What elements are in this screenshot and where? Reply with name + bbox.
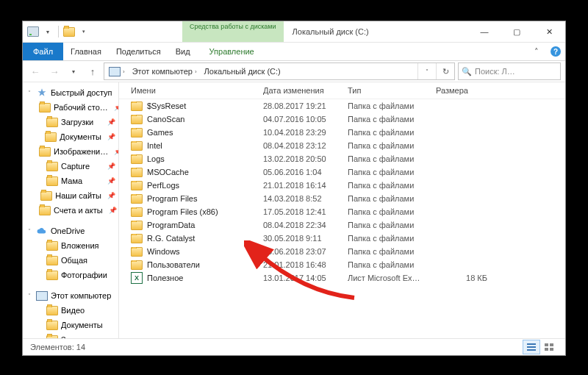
svg-rect-4	[550, 343, 553, 346]
file-row[interactable]: ProgramData 08.04.2018 22:34 Папка с фай…	[119, 218, 565, 232]
file-type: Папка с файлами	[348, 260, 436, 269]
file-name: Пользователи	[147, 260, 200, 269]
sidebar-item[interactable]: Фотографии	[23, 268, 118, 282]
file-type: Папка с файлами	[348, 101, 436, 110]
file-row[interactable]: Logs 13.02.2018 20:50 Папка с файлами	[119, 152, 565, 165]
folder-icon	[45, 131, 57, 143]
close-button[interactable]: ✕	[533, 21, 565, 42]
refresh-button[interactable]: ↻	[436, 63, 454, 79]
file-type: Папка с файлами	[348, 181, 436, 190]
file-date: 14.03.2018 8:52	[263, 194, 348, 203]
file-type: Папка с файлами	[348, 194, 436, 203]
tab-view[interactable]: Вид	[168, 43, 198, 60]
sidebar-item[interactable]: Вложения	[23, 238, 118, 253]
svg-rect-6	[550, 348, 553, 351]
file-type: Папка с файлами	[348, 247, 436, 256]
help-icon: ?	[551, 46, 561, 57]
crumb-thispc[interactable]: Этот компьютер›	[128, 63, 200, 79]
nav-up-button[interactable]: ↑	[85, 63, 101, 79]
sidebar-item[interactable]: Документы	[23, 318, 118, 332]
qa-dropdown-icon[interactable]: ▼	[42, 26, 54, 38]
search-input[interactable]: 🔍 Поиск: Л…	[458, 63, 561, 80]
file-row[interactable]: CanoScan 04.07.2016 10:05 Папка с файлам…	[119, 113, 565, 126]
help-button[interactable]: ?	[546, 43, 565, 60]
crumb-root-icon[interactable]: ›	[104, 63, 128, 79]
sidebar-item[interactable]: Рабочий сто… 📌	[23, 100, 118, 115]
maximize-button[interactable]: ▢	[501, 21, 533, 42]
file-row[interactable]: Intel 08.04.2018 23:12 Папка с файлами	[119, 139, 565, 152]
search-placeholder: Поиск: Л…	[475, 67, 515, 76]
file-row[interactable]: R.G. Catalyst 30.05.2018 9:11 Папка с фа…	[119, 232, 565, 245]
sidebar-item[interactable]: Видео	[23, 303, 118, 318]
col-type[interactable]: Тип	[348, 86, 436, 95]
pin-icon: 📌	[114, 104, 118, 111]
file-type: Папка с файлами	[348, 168, 436, 176]
file-row[interactable]: Windows 13.06.2018 23:07 Папка с файлами	[119, 245, 565, 258]
tab-home[interactable]: Главная	[63, 43, 109, 60]
collapse-ribbon-icon[interactable]: ˄	[527, 43, 546, 60]
sidebar-item-label: Изображени…	[54, 147, 108, 156]
quick-access-toolbar: ▼ ▾	[23, 21, 94, 42]
file-tab[interactable]: Файл	[23, 43, 63, 60]
sidebar-item[interactable]: Изображени… 📌	[23, 144, 118, 159]
file-date: 10.04.2018 23:29	[263, 128, 348, 137]
folder-icon	[46, 269, 58, 281]
file-row[interactable]: Program Files (x86) 17.05.2018 12:41 Пап…	[119, 205, 565, 218]
sidebar-item[interactable]: Загрузки	[23, 332, 118, 338]
file-name: Logs	[147, 154, 165, 163]
nav-pane: ˅Быстрый доступ Рабочий сто… 📌 Загрузки …	[23, 82, 119, 338]
ribbon: Файл Главная Поделиться Вид Управление ˄…	[23, 43, 565, 61]
folder-icon	[131, 207, 143, 217]
addr-dropdown-icon[interactable]: ˅	[417, 63, 436, 79]
view-large-button[interactable]	[540, 340, 558, 354]
sidebar-item-label: Документы	[60, 132, 101, 141]
file-type: Папка с файлами	[348, 128, 436, 137]
file-date: 21.01.2018 16:48	[263, 260, 348, 269]
sidebar-item[interactable]: Мама 📌	[23, 174, 118, 188]
file-row[interactable]: Program Files 14.03.2018 8:52 Папка с фа…	[119, 192, 565, 205]
tab-share[interactable]: Поделиться	[109, 43, 168, 60]
file-row[interactable]: PerfLogs 21.01.2018 16:14 Папка с файлам…	[119, 179, 565, 192]
folder-icon	[40, 190, 52, 201]
file-row[interactable]: XПолезное 13.01.2017 14:05 Лист Microsof…	[119, 271, 565, 285]
column-headers: Имени Дата изменения Тип Размера	[119, 82, 565, 99]
file-name: Program Files	[147, 194, 197, 203]
view-details-button[interactable]	[523, 340, 540, 354]
nav-back-button[interactable]: ←	[27, 63, 43, 79]
tab-manage[interactable]: Управление	[202, 43, 262, 60]
sidebar-item[interactable]: Загрузки 📌	[23, 115, 118, 129]
file-name: Program Files (x86)	[147, 207, 218, 216]
crumb-drive[interactable]: Локальный диск (C:)	[200, 63, 284, 79]
pin-icon: 📌	[114, 148, 118, 155]
sidebar-item[interactable]: Счета и акты 📌	[23, 203, 118, 218]
status-count: 14	[76, 343, 85, 351]
sidebar-item[interactable]: Наши сайты 📌	[23, 188, 118, 203]
file-row[interactable]: MSOCache 05.06.2016 1:04 Папка с файлами	[119, 165, 565, 179]
sidebar-item[interactable]: Документы 📌	[23, 129, 118, 144]
file-date: 30.05.2018 9:11	[263, 234, 348, 243]
sidebar-item[interactable]: Capture 📌	[23, 159, 118, 174]
window-title: Локальный диск (C:)	[284, 21, 468, 42]
file-date: 08.04.2018 23:12	[263, 141, 348, 150]
file-row[interactable]: Пользователи 21.01.2018 16:48 Папка с фа…	[119, 258, 565, 271]
nav-onedrive[interactable]: ˅OneDrive	[23, 224, 118, 238]
sidebar-item-label: Документы	[61, 321, 103, 329]
file-row[interactable]: $SysReset 28.08.2017 19:21 Папка с файла…	[119, 99, 565, 113]
col-date[interactable]: Дата изменения	[263, 86, 348, 95]
folder-icon	[131, 234, 143, 243]
nav-quick-access[interactable]: ˅Быстрый доступ	[23, 85, 118, 100]
minimize-button[interactable]: —	[468, 21, 501, 42]
qa-overflow-icon[interactable]: ▾	[78, 26, 90, 38]
nav-forward-button[interactable]: →	[46, 63, 62, 79]
address-box[interactable]: › Этот компьютер› Локальный диск (C:) ˅ …	[104, 63, 455, 80]
nav-thispc[interactable]: ˅Этот компьютер	[23, 288, 118, 303]
col-size[interactable]: Размера	[436, 86, 487, 95]
pin-icon: 📌	[107, 177, 115, 185]
pin-icon: 📌	[107, 133, 115, 140]
col-name[interactable]: Имени	[119, 86, 263, 95]
file-date: 08.04.2018 22:34	[263, 221, 348, 229]
file-row[interactable]: Games 10.04.2018 23:29 Папка с файлами	[119, 126, 565, 139]
sidebar-item[interactable]: Общая	[23, 253, 118, 268]
contextual-tab-header: Средства работы с дисками	[182, 21, 284, 42]
nav-recent-icon[interactable]: ▾	[65, 63, 82, 79]
